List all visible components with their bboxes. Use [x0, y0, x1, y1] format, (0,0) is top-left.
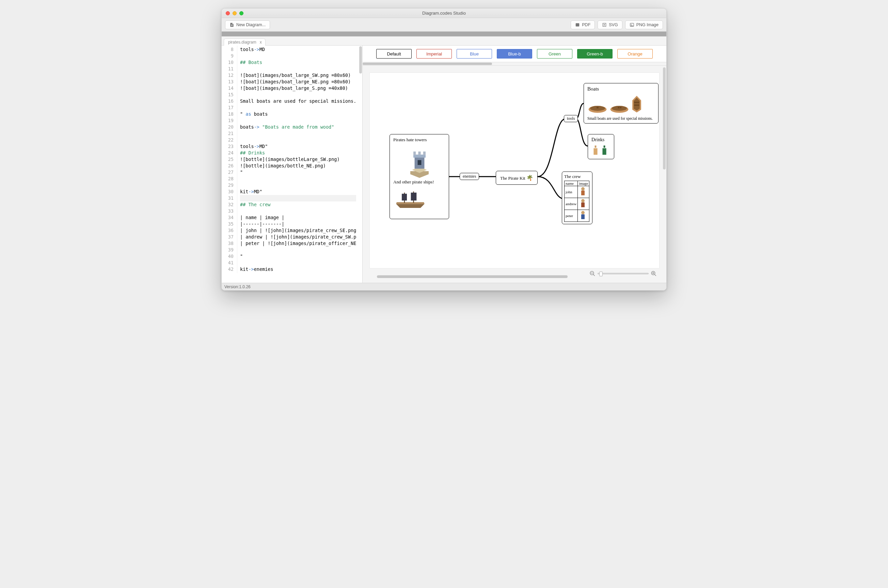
crew-row-name: john [565, 186, 578, 198]
pirate-icon [579, 198, 587, 208]
canvas-pane: DefaultImperialBlueBlue-bGreenGreen-bOra… [363, 46, 666, 283]
enemies-line1: Pirates hate towers [393, 137, 445, 142]
bottle-icon [591, 145, 600, 156]
bottle-icon [600, 145, 609, 156]
drinks-title: Drinks [591, 137, 610, 142]
image-icon [630, 22, 634, 27]
crew-table: name image john andrew [564, 181, 589, 222]
theme-selector-strip: DefaultImperialBlueBlue-bGreenGreen-bOra… [363, 46, 666, 62]
export-pdf-button[interactable]: PDF [571, 20, 595, 29]
line-gutter: 8910111213141516171819202122232425262728… [222, 46, 237, 273]
version-label: Version:1.0.26 [224, 285, 251, 289]
zoom-slider-knob[interactable] [599, 272, 603, 276]
pirate-icon [579, 186, 587, 196]
boat-icon [609, 99, 630, 114]
tower-icon [404, 145, 435, 178]
enemies-line2: And other pirate ships! [393, 179, 445, 185]
boat-icon [631, 94, 643, 114]
toolbar: New Diagram... PDF SVG PNG Image [222, 18, 666, 32]
file-plus-icon [230, 22, 234, 27]
svg-rect-15 [597, 107, 599, 108]
boats-caption: Small boats are used for special mission… [587, 116, 655, 120]
svg-rect-7 [413, 152, 416, 155]
crew-title: The crew [564, 174, 590, 179]
export-png-button[interactable]: PNG Image [625, 20, 663, 29]
crew-th-image: image [578, 181, 589, 186]
svg-line-31 [593, 274, 595, 276]
theme-button-orange[interactable]: Orange [617, 49, 653, 58]
boat-icon [587, 99, 608, 114]
export-svg-button[interactable]: SVG [598, 20, 622, 29]
theme-scrollbar[interactable] [363, 62, 666, 66]
svg-point-26 [581, 199, 584, 202]
new-diagram-label: New Diagram... [236, 22, 266, 27]
svg-point-2 [631, 24, 631, 24]
palm-tree-icon: 🌴 [526, 175, 533, 181]
editor-scrollbar[interactable] [359, 46, 362, 74]
diagram-stage[interactable]: Pirates hate towers [370, 72, 660, 268]
tab-label: pirates.diagram [228, 40, 256, 45]
theme-button-default[interactable]: Default [376, 49, 412, 58]
svg-rect-18 [618, 107, 619, 108]
svg-icon [602, 22, 607, 27]
tab-close-icon[interactable]: x [260, 40, 262, 45]
theme-button-blue[interactable]: Blue [457, 49, 492, 58]
svg-rect-29 [581, 214, 584, 219]
ship-icon [393, 187, 427, 212]
titlebar: Diagram.codes Studio [222, 9, 666, 18]
theme-button-imperial[interactable]: Imperial [416, 49, 452, 58]
code-editor[interactable]: 8910111213141516171819202122232425262728… [222, 46, 363, 283]
svg-point-14 [590, 106, 605, 111]
svg-rect-20 [634, 102, 639, 103]
theme-button-green[interactable]: Green [537, 49, 572, 58]
editor-tab-active[interactable]: pirates.diagram x [224, 39, 266, 46]
toolbar-shadow-strip [222, 32, 666, 36]
code-lines[interactable]: tools->MD ## Boats ![boat](images/boat_l… [237, 46, 356, 273]
pdf-icon [575, 22, 580, 27]
crew-th-name: name [565, 181, 578, 186]
theme-button-blue-b[interactable]: Blue-b [497, 49, 532, 58]
drinks-images [591, 145, 610, 156]
status-bar: Version:1.0.26 [222, 283, 666, 290]
window-title: Diagram.codes Studio [222, 10, 666, 16]
pirate-icon [579, 210, 587, 220]
canvas-bottom-bar [370, 268, 660, 279]
svg-rect-22 [595, 146, 597, 148]
svg-point-24 [581, 187, 584, 190]
export-pdf-label: PDF [582, 22, 590, 27]
zoom-in-icon[interactable] [651, 270, 657, 277]
canvas-hscrollbar[interactable] [377, 275, 568, 278]
edge-label-enemies[interactable]: enemies [460, 173, 479, 180]
svg-rect-23 [604, 146, 606, 148]
svg-rect-27 [581, 202, 584, 207]
center-label: The Pirate Kit [500, 176, 525, 181]
boats-images [587, 94, 655, 114]
svg-point-17 [612, 106, 627, 111]
crew-row-name: peter [565, 210, 578, 222]
node-center[interactable]: The Pirate Kit 🌴 [496, 171, 538, 185]
boats-title: Boats [587, 86, 655, 92]
theme-button-green-b[interactable]: Green-b [577, 49, 613, 58]
svg-rect-8 [418, 152, 421, 155]
edge-label-tools[interactable]: tools [564, 115, 578, 122]
svg-rect-9 [423, 152, 425, 155]
crew-row-name: andrew [565, 198, 578, 210]
new-diagram-button[interactable]: New Diagram... [225, 20, 270, 29]
zoom-out-icon[interactable] [589, 270, 595, 277]
svg-rect-21 [634, 105, 639, 105]
node-enemies[interactable]: Pirates hate towers [389, 134, 449, 219]
node-drinks[interactable]: Drinks [588, 134, 614, 159]
zoom-slider[interactable] [598, 273, 649, 274]
node-crew[interactable]: The crew name image john [562, 171, 592, 224]
editor-tabs: pirates.diagram x [222, 36, 666, 45]
svg-rect-10 [418, 160, 421, 165]
svg-line-34 [654, 274, 656, 276]
node-boats[interactable]: Boats Small boats are used for special m… [584, 83, 658, 123]
canvas-vscrollbar[interactable] [663, 68, 666, 170]
app-window: Diagram.codes Studio New Diagram... PDF … [221, 8, 667, 291]
svg-rect-19 [620, 107, 621, 108]
svg-point-28 [581, 211, 584, 214]
export-png-label: PNG Image [636, 22, 658, 27]
export-svg-label: SVG [609, 22, 618, 27]
svg-rect-25 [581, 190, 584, 195]
